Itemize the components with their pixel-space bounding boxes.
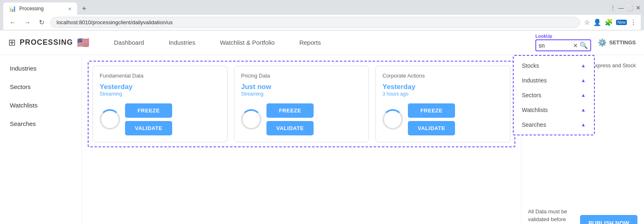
active-tab[interactable]: 📊 Processing ×	[3, 2, 77, 15]
nav-watchlist[interactable]: Watchlist & Portfolio	[207, 30, 287, 55]
maximize-button[interactable]: ⬜	[626, 5, 633, 11]
lookup-search-button[interactable]: 🔍	[580, 41, 588, 49]
more-options-icon[interactable]: ⋮	[630, 18, 637, 26]
top-nav: ⊞ PROCESSING 🇺🇸 Dashboard Industries Wat…	[0, 30, 644, 55]
tab-close-button[interactable]: ×	[68, 6, 71, 12]
main-content: Fundamental Data Yesterday Streaming FRE…	[82, 55, 521, 224]
card-pricing-subtitle: Streaming	[241, 91, 362, 97]
publish-note: All Data must be validated before publis…	[528, 208, 580, 224]
dropdown-sectors-arrow: ▲	[581, 92, 586, 98]
app-container: ⊞ PROCESSING 🇺🇸 Dashboard Industries Wat…	[0, 30, 644, 224]
new-tab-button[interactable]: +	[79, 3, 90, 15]
dropdown-item-industries[interactable]: Industries ▲	[514, 73, 594, 88]
forward-button[interactable]: →	[22, 18, 33, 27]
card-corporate-freeze-button[interactable]: FREEZE	[408, 103, 455, 118]
dropdown-industries-label: Industries	[522, 77, 547, 84]
extension-new-badge: New	[616, 20, 627, 25]
nav-industries[interactable]: Industries	[156, 30, 207, 55]
dropdown-item-watchlists[interactable]: Watchlists ▲	[514, 103, 594, 117]
card-corporate-title: Corporate Actions	[382, 73, 503, 79]
card-pricing-title: Pricing Data	[241, 73, 362, 79]
card-corporate: Corporate Actions Yesterday 3 hours ago …	[375, 66, 510, 142]
cards-row: Fundamental Data Yesterday Streaming FRE…	[93, 66, 510, 142]
card-pricing-body: FREEZE VALIDATE	[241, 103, 362, 135]
card-fundamental: Fundamental Data Yesterday Streaming FRE…	[93, 66, 228, 142]
lookup-clear-button[interactable]: ✕	[573, 42, 578, 49]
close-window-button[interactable]: ✕	[636, 5, 641, 11]
flag-icon: 🇺🇸	[77, 37, 89, 48]
extension-icon[interactable]: 🧩	[605, 18, 613, 26]
card-pricing-freeze-button[interactable]: FREEZE	[266, 103, 314, 118]
nav-dashboard[interactable]: Dashboard	[102, 30, 156, 55]
browser-actions: ☆ 👤 🧩 New ⋮	[584, 18, 637, 26]
sidebar-item-searches[interactable]: Searches	[0, 114, 82, 133]
settings-label: SETTINGS	[609, 39, 636, 46]
cards-section: Fundamental Data Yesterday Streaming FRE…	[88, 61, 515, 147]
dropdown-searches-label: Searches	[522, 121, 546, 128]
dropdown-item-sectors[interactable]: Sectors ▲	[514, 88, 594, 103]
gear-icon: ⚙️	[598, 38, 607, 47]
tab-icon: 📊	[9, 5, 16, 12]
dropdown-watchlists-label: Watchlists	[522, 107, 548, 113]
card-fundamental-time: Yesterday	[100, 83, 221, 91]
back-button[interactable]: ←	[7, 18, 18, 27]
dropdown-item-stocks[interactable]: Stocks ▲	[514, 58, 594, 73]
card-pricing-spinner	[241, 109, 262, 130]
card-fundamental-spinner	[100, 109, 120, 130]
browser-menu-icon: ⋮	[610, 5, 616, 11]
nav-links: Dashboard Industries Watchlist & Portfol…	[102, 30, 535, 55]
card-fundamental-buttons: FREEZE VALIDATE	[125, 103, 172, 135]
card-pricing-buttons: FREEZE VALIDATE	[266, 103, 314, 135]
card-corporate-buttons: FREEZE VALIDATE	[408, 103, 455, 135]
dropdown-stocks-label: Stocks	[522, 62, 539, 69]
nav-reports[interactable]: Reports	[287, 30, 333, 55]
sidebar-item-industries[interactable]: Industries	[0, 59, 82, 78]
card-pricing: Pricing Data Just now Streaming FREEZE V…	[234, 66, 369, 142]
browser-chrome: 📊 Processing × + ⋮ — ⬜ ✕ ← → ↻ localhost…	[0, 0, 644, 30]
tab-label: Processing	[19, 6, 43, 11]
card-corporate-spinner	[382, 109, 403, 130]
lookup-label: LookUp	[535, 34, 552, 39]
card-pricing-time: Just now	[241, 83, 362, 91]
card-fundamental-validate-button[interactable]: VALIDATE	[125, 121, 172, 135]
card-corporate-body: FREEZE VALIDATE	[382, 103, 503, 135]
publish-row: All Data must be validated before publis…	[528, 208, 637, 224]
lookup-input-row: ✕ 🔍	[535, 39, 591, 51]
card-corporate-subtitle: 3 hours ago	[382, 91, 503, 97]
card-fundamental-subtitle: Streaming	[100, 91, 221, 97]
card-fundamental-freeze-button[interactable]: FREEZE	[125, 103, 172, 118]
dropdown-watchlists-arrow: ▲	[581, 107, 586, 113]
logo-icon: ⊞	[8, 37, 16, 48]
lookup-area: LookUp ✕ 🔍	[535, 34, 591, 51]
profile-icon[interactable]: 👤	[593, 18, 601, 26]
sidebar: Industries Sectors Watchlists Searches	[0, 55, 82, 224]
url-text: localhost:8010/processingclient/dailyval…	[57, 19, 173, 25]
logo-area: ⊞ PROCESSING 🇺🇸	[8, 37, 89, 48]
settings-area[interactable]: ⚙️ SETTINGS	[598, 38, 636, 47]
dropdown-searches-arrow: ▲	[581, 122, 586, 128]
dropdown-stocks-arrow: ▲	[581, 63, 586, 69]
logo-text: PROCESSING	[20, 38, 73, 47]
sidebar-item-watchlists[interactable]: Watchlists	[0, 96, 82, 114]
publish-now-button[interactable]: PUBLISH NOW	[580, 215, 637, 224]
address-bar-row: ← → ↻ localhost:8010/processingclient/da…	[3, 15, 641, 30]
sidebar-item-sectors[interactable]: Sectors	[0, 78, 82, 96]
tab-bar: 📊 Processing × + ⋮ — ⬜ ✕	[3, 2, 641, 15]
minimize-button[interactable]: —	[618, 5, 624, 11]
card-pricing-validate-button[interactable]: VALIDATE	[266, 121, 314, 135]
lookup-dropdown: Stocks ▲ Industries ▲ Sectors ▲ Watchlis…	[513, 55, 595, 135]
bookmark-icon[interactable]: ☆	[584, 18, 590, 26]
card-fundamental-body: FREEZE VALIDATE	[100, 103, 221, 135]
dropdown-item-searches[interactable]: Searches ▲	[514, 117, 594, 132]
nav-right: LookUp ✕ 🔍 ⚙️ SETTINGS	[535, 34, 636, 51]
card-corporate-time: Yesterday	[382, 83, 503, 91]
dropdown-industries-arrow: ▲	[581, 78, 586, 83]
dropdown-sectors-label: Sectors	[522, 92, 541, 98]
address-bar[interactable]: localhost:8010/processingclient/dailyval…	[50, 17, 580, 28]
reload-button[interactable]: ↻	[37, 18, 46, 27]
lookup-input[interactable]	[539, 42, 571, 49]
card-corporate-validate-button[interactable]: VALIDATE	[408, 121, 455, 135]
card-fundamental-title: Fundamental Data	[100, 73, 221, 79]
